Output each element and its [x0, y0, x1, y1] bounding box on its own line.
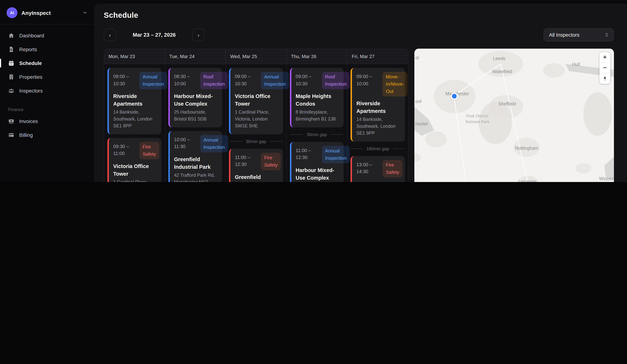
- event-card[interactable]: 11:00 – 12:30Fire SafetyGreenfield Indus…: [229, 149, 283, 182]
- users-icon: [8, 88, 14, 94]
- inspector-filter-select[interactable]: All Inspectors: [544, 28, 614, 41]
- day-column: 08:30 – 10:00Roof InspectionHarbour Mixe…: [165, 64, 226, 182]
- sidebar-item-properties[interactable]: Properties: [4, 71, 91, 83]
- event-card[interactable]: 09:00 – 10:30Roof InspectionMaple Height…: [290, 68, 344, 127]
- sidebar-item-inspectors[interactable]: Inspectors: [4, 85, 91, 97]
- event-property-name: Greenfield Industrial Park: [174, 156, 218, 171]
- app-root: AI AnyInspect DashboardReportsSchedulePr…: [0, 0, 627, 182]
- map-compass-button[interactable]: [599, 73, 610, 84]
- reports-icon: [8, 46, 14, 53]
- banknote-icon: [8, 118, 14, 124]
- sidebar-item-label: Properties: [19, 74, 43, 80]
- event-time: 08:30 – 10:00: [174, 72, 198, 87]
- sidebar-item-billing[interactable]: Billing: [4, 129, 91, 141]
- day-header: Thu, Mar 26: [287, 49, 347, 64]
- sidebar-item-schedule[interactable]: Schedule: [4, 57, 91, 69]
- date-range-label: Mar 23 – 27, 2026: [116, 32, 192, 38]
- map-overlay: LeedsWakefieldHullManchesterSheffieldPea…: [414, 49, 614, 182]
- sidebar-item-label: Dashboard: [19, 33, 44, 39]
- map-zoom-out-button[interactable]: −: [599, 63, 610, 73]
- event-time: 09:00 – 10:30: [235, 72, 259, 87]
- home-icon: [8, 32, 14, 39]
- map-city-label: Hull: [572, 61, 580, 68]
- gap-indicator: 30min gap: [291, 132, 343, 137]
- chevron-down-icon: [82, 10, 88, 16]
- day-header: Tue, Mar 24: [165, 49, 226, 64]
- sidebar-item-label: Inspectors: [19, 88, 43, 94]
- building-icon: [8, 74, 14, 80]
- next-week-button[interactable]: ›: [192, 29, 205, 41]
- sidebar-item-reports[interactable]: Reports: [4, 43, 91, 55]
- map-city-label: Sheffield: [498, 101, 516, 107]
- event-property-name: Victoria Office Tower: [235, 93, 278, 108]
- event-card[interactable]: 09:00 – 10:30Annual InspectionRiverside …: [107, 68, 161, 134]
- map-city-label: Peak District National Park: [465, 113, 489, 124]
- map-city-label: ol: [416, 55, 419, 61]
- event-time: 10:00 – 11:30: [174, 135, 198, 150]
- workspace-switcher[interactable]: AI AnyInspect: [0, 5, 94, 24]
- sidebar: AI AnyInspect DashboardReportsSchedulePr…: [0, 0, 94, 182]
- main-panel: Schedule ‹ Mar 23 – 27, 2026 › All Inspe…: [94, 4, 627, 182]
- day-column: 09:00 – 10:30Annual InspectionRiverside …: [104, 64, 165, 182]
- event-type-badge: Roof Inspection: [200, 72, 228, 90]
- map-controls: + −: [599, 52, 610, 84]
- map-city-label: Wakefield: [492, 69, 512, 75]
- event-property-name: Greenfield Industrial Park: [235, 173, 278, 182]
- event-type-badge: Annual Inspection: [322, 146, 350, 163]
- sidebar-item-label: Reports: [19, 47, 37, 52]
- event-card[interactable]: 10:00 – 11:30Annual InspectionGreenfield…: [168, 131, 222, 182]
- event-card[interactable]: 13:00 – 14:30Fire SafetyHarbour Mixed-Us…: [351, 156, 405, 182]
- prev-week-button[interactable]: ‹: [104, 29, 116, 41]
- day-column: 09:00 – 10:30Roof InspectionMaple Height…: [287, 64, 347, 182]
- day-column: 09:00 – 10:30Annual InspectionVictoria O…: [226, 64, 286, 182]
- inspector-filter-value: All Inspectors: [549, 32, 579, 38]
- sidebar-section-label: Finance: [0, 97, 94, 114]
- event-property-name: Riverside Apartments: [113, 93, 157, 108]
- map-zoom-in-button[interactable]: +: [599, 52, 610, 63]
- day-header: Wed, Mar 25: [226, 49, 286, 64]
- day-header: Mon, Mar 23: [104, 49, 165, 64]
- map[interactable]: LeedsWakefieldHullManchesterSheffieldPea…: [414, 49, 614, 182]
- sidebar-item-label: Schedule: [19, 60, 42, 66]
- map-city-label: Leeds: [493, 56, 505, 62]
- event-card[interactable]: 09:00 – 10:30Annual InspectionVictoria O…: [229, 68, 283, 134]
- event-time: 09:00 – 10:30: [296, 72, 320, 87]
- event-address: 1 Cardinal Place, Victoria, London SW1E …: [113, 179, 157, 182]
- gap-indicator: 30min gap: [230, 139, 282, 144]
- event-time: 09:30 – 11:00: [113, 142, 137, 157]
- event-property-name: Harbour Mixed-Use Complex: [174, 93, 218, 108]
- gap-label: 30min gap: [307, 132, 327, 137]
- event-type-badge: Fire Safety: [383, 160, 403, 177]
- credit-card-icon: [8, 132, 14, 138]
- event-property-name: Harbour Mixed-Use Complex: [296, 167, 339, 182]
- event-type-badge: Fire Safety: [261, 153, 281, 170]
- map-marker-manchester[interactable]: [452, 94, 457, 98]
- event-type-badge: Move-In/Move-Out: [383, 72, 408, 97]
- event-card[interactable]: 11:00 – 12:30Annual InspectionHarbour Mi…: [290, 142, 344, 182]
- event-type-badge: Annual Inspection: [261, 72, 289, 90]
- event-property-name: Harbour Mixed-Use Complex: [357, 181, 401, 182]
- event-time: 13:00 – 14:30: [357, 160, 380, 175]
- event-type-badge: Fire Safety: [139, 142, 159, 159]
- event-address: 42 Trafford Park Rd, Manchester M17 1EH: [174, 172, 218, 182]
- event-property-name: Maple Heights Condos: [296, 93, 339, 108]
- event-time: 09:00 – 10:00: [357, 72, 380, 87]
- brand-avatar: AI: [6, 7, 17, 18]
- event-address: 8 Brindleyplace, Birmingham B1 2JB: [296, 109, 339, 123]
- sidebar-finance-nav: InvoicesBilling: [0, 114, 94, 141]
- event-type-badge: Annual Inspection: [200, 135, 228, 153]
- event-time: 11:00 – 12:30: [296, 146, 320, 161]
- sidebar-item-dashboard[interactable]: Dashboard: [4, 29, 91, 42]
- event-card[interactable]: 09:30 – 11:00Fire SafetyVictoria Office …: [107, 138, 161, 182]
- event-card[interactable]: 09:00 – 10:00Move-In/Move-OutRiverside A…: [351, 68, 405, 141]
- sidebar-item-invoices[interactable]: Invoices: [4, 115, 91, 127]
- event-address: 25 Harbourside, Bristol BS1 5DB: [174, 109, 218, 123]
- gap-label: 30min gap: [246, 139, 266, 144]
- gap-indicator: 180min gap: [351, 146, 404, 151]
- event-card[interactable]: 08:30 – 10:00Roof InspectionHarbour Mixe…: [168, 68, 222, 127]
- select-chevrons-icon: [604, 32, 609, 37]
- calendar-body: 09:00 – 10:30Annual InspectionRiverside …: [104, 64, 408, 182]
- gap-label: 180min gap: [366, 146, 389, 151]
- event-address: 14 Bankside, Southwark, London SE1 9PP: [357, 116, 401, 137]
- sidebar-item-label: Invoices: [19, 118, 38, 124]
